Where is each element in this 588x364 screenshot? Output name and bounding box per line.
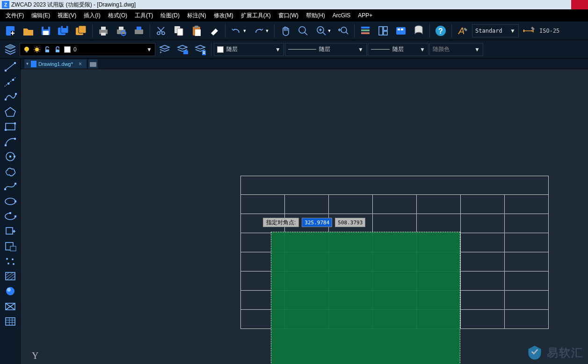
zoom-window-icon [315, 25, 327, 37]
dynamic-y-input[interactable]: 508.3793 [335, 218, 365, 227]
saveall-button[interactable] [55, 22, 72, 39]
new-tab-button[interactable] [88, 59, 98, 69]
window-title: ZWCAD 2023 试用版 (功能受限) - [Drawing1.dwg] [11, 1, 571, 9]
print-button[interactable] [95, 22, 112, 39]
copy-button[interactable] [170, 22, 187, 39]
table-tool[interactable] [1, 314, 19, 328]
menu-app[interactable]: APP+ [354, 10, 376, 21]
lineweight-value: 随层 [392, 45, 404, 53]
copy-icon [173, 25, 185, 37]
insert-block-tool[interactable] [1, 224, 19, 238]
menu-window[interactable]: 窗口(W) [275, 10, 302, 21]
window-close-button[interactable] [571, 0, 588, 9]
color-combo[interactable]: 随层 ▼ [214, 43, 284, 56]
layer-state-icon [176, 43, 189, 56]
layer-combo[interactable]: 0 ▼ [20, 43, 155, 56]
gradient-tool[interactable] [1, 284, 19, 298]
menu-file[interactable]: 文件(F) [2, 10, 28, 21]
ellipse-arc-tool[interactable] [1, 209, 19, 223]
dim-style-button[interactable] [520, 22, 537, 39]
canvas-area[interactable]: Drawing1.dwg* × 指定对角点: 325 [21, 59, 588, 364]
pan-button[interactable] [277, 22, 294, 39]
svg-rect-62 [14, 156, 15, 157]
zoom-previous-button[interactable] [335, 22, 352, 39]
plot-button[interactable] [131, 22, 147, 39]
plotstyle-combo[interactable]: 随颜色 ▼ [429, 43, 483, 56]
rectangle-tool[interactable] [1, 120, 19, 134]
menu-format[interactable]: 格式(O) [104, 10, 131, 21]
menu-edit[interactable]: 编辑(E) [28, 10, 54, 21]
dynamic-x-input[interactable]: 325.9784 [302, 218, 332, 227]
print-preview-button[interactable] [113, 22, 130, 39]
region-tool[interactable] [1, 299, 19, 313]
text-style-combo[interactable]: Standard ▼ [472, 24, 519, 37]
svg-point-74 [7, 263, 9, 264]
hatch-tool[interactable] [1, 269, 19, 283]
menu-draw[interactable]: 绘图(D) [157, 10, 183, 21]
menu-arcgis[interactable]: ArcGIS [329, 10, 355, 21]
menu-help[interactable]: 帮助(H) [302, 10, 329, 21]
revision-cloud-tool[interactable] [1, 164, 19, 178]
undo-icon [231, 26, 243, 36]
menu-dimension[interactable]: 标注(N) [183, 10, 210, 21]
svg-point-72 [6, 258, 8, 260]
open-button[interactable] [20, 22, 36, 39]
layer-iso-icon [194, 43, 207, 56]
svg-rect-7 [63, 26, 66, 28]
properties-button[interactable] [357, 22, 374, 39]
workspace: Drawing1.dwg* × 指定对角点: 325 [0, 59, 588, 364]
menu-modify[interactable]: 修改(M) [210, 10, 237, 21]
cut-button[interactable] [152, 22, 169, 39]
svg-rect-14 [119, 27, 123, 30]
erase-button[interactable] [206, 22, 223, 39]
new-button[interactable] [2, 22, 19, 39]
svg-point-77 [6, 287, 15, 295]
construction-line-tool[interactable] [1, 75, 19, 89]
arc-tool[interactable] [1, 135, 19, 149]
spline-tool[interactable] [1, 179, 19, 193]
svg-rect-43 [45, 50, 49, 52]
make-block-tool[interactable] [1, 239, 19, 253]
tool-palettes-button[interactable] [392, 22, 409, 39]
linetype-combo[interactable]: 随层 ▼ [285, 43, 367, 56]
layer-states-button[interactable] [174, 41, 191, 58]
svg-rect-59 [14, 138, 16, 140]
menu-view[interactable]: 视图(V) [54, 10, 80, 21]
save-button[interactable] [37, 22, 54, 39]
sheet-set-button[interactable] [410, 22, 427, 39]
svg-rect-66 [15, 200, 16, 202]
text-style-value: Standard [475, 28, 502, 34]
menu-tools[interactable]: 工具(T) [131, 10, 157, 21]
design-center-button[interactable] [375, 22, 392, 39]
layer-manager-button[interactable] [2, 41, 19, 58]
saveas-button[interactable] [73, 22, 90, 39]
help-button[interactable]: ? [432, 22, 449, 39]
menu-insert[interactable]: 插入(I) [80, 10, 104, 21]
ellipse-tool[interactable] [1, 194, 19, 208]
doc-icon [31, 61, 36, 67]
layer-previous-button[interactable] [156, 41, 173, 58]
line-tool[interactable] [1, 60, 19, 74]
svg-rect-81 [31, 61, 36, 67]
zoom-window-button[interactable]: ▼ [312, 22, 334, 39]
paste-button[interactable] [188, 22, 205, 39]
menu-express[interactable]: 扩展工具(X) [237, 10, 275, 21]
svg-rect-57 [14, 122, 16, 124]
svg-rect-31 [379, 27, 383, 35]
text-style-button[interactable]: A [454, 22, 471, 39]
palette-icon [395, 25, 407, 37]
toolbar-standard: ▼ ▼ ▼ ? A Standard ▼ ISO-25 [0, 21, 588, 40]
zoom-realtime-button[interactable] [295, 22, 312, 39]
undo-button[interactable]: ▼ [228, 22, 249, 39]
polygon-tool[interactable] [1, 105, 19, 119]
layer-isolate-button[interactable] [192, 41, 209, 58]
lineweight-combo[interactable]: 随层 ▼ [368, 43, 428, 56]
tab-close-button[interactable]: × [79, 61, 82, 67]
circle-tool[interactable] [1, 150, 19, 164]
watermark: 易软汇 [526, 344, 583, 361]
document-tab[interactable]: Drawing1.dwg* × [24, 59, 87, 69]
drawing-canvas[interactable]: 指定对角点: 325.9784 508.3793 Y 易软汇 [21, 69, 588, 364]
redo-button[interactable]: ▼ [250, 22, 272, 39]
polyline-tool[interactable] [1, 90, 19, 104]
point-tool[interactable] [1, 254, 19, 268]
